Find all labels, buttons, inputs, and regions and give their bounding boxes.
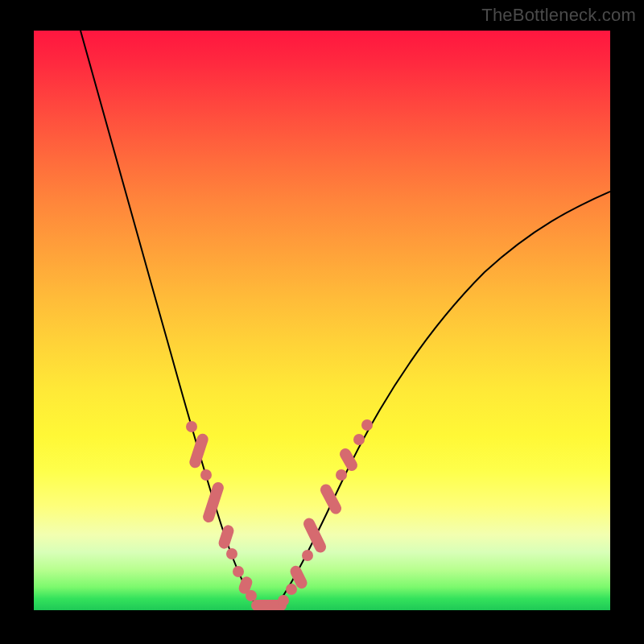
- bead-dot: [353, 434, 365, 445]
- chart-frame: TheBottleneck.com: [0, 0, 644, 644]
- curve-layer: [34, 31, 610, 610]
- bead-dot: [286, 584, 297, 595]
- bead-dot: [336, 469, 347, 481]
- bead-pill: [217, 524, 236, 551]
- watermark-text: TheBottleneck.com: [481, 5, 636, 26]
- bead-dot: [200, 469, 212, 481]
- plot-area: [34, 31, 610, 610]
- bead-dot: [233, 566, 244, 577]
- bead-pill: [337, 447, 359, 473]
- curve-left-branch: [80, 31, 258, 607]
- bead-pill: [302, 516, 328, 554]
- bead-dot: [278, 595, 289, 606]
- bead-dot: [226, 548, 237, 559]
- bead-dot: [246, 590, 257, 601]
- bead-pill: [188, 432, 210, 469]
- bead-pill: [201, 481, 225, 524]
- bead-dot: [186, 421, 197, 432]
- bead-dot: [302, 550, 313, 561]
- bead-dot: [361, 419, 373, 431]
